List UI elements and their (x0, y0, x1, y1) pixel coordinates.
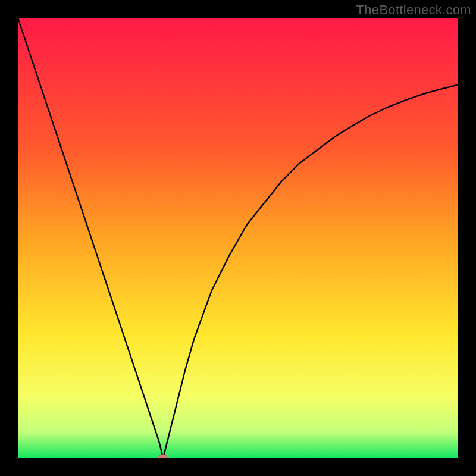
bottleneck-chart (18, 18, 458, 458)
chart-frame: TheBottleneck.com (0, 0, 476, 476)
watermark-text: TheBottleneck.com (356, 2, 471, 18)
gradient-background (18, 18, 458, 458)
